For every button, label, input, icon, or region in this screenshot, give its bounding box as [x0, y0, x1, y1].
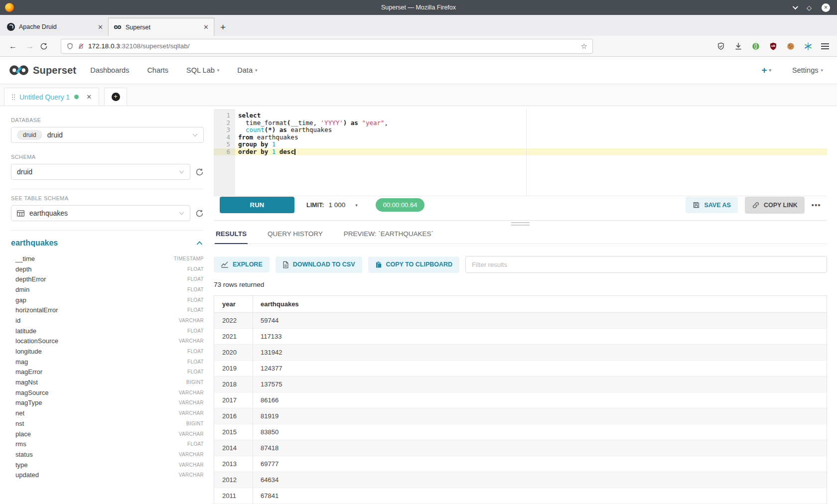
table-row[interactable]: 2021117133 [214, 329, 827, 345]
header-earthquakes[interactable]: earthquakes [253, 296, 299, 312]
url-bar[interactable]: 172.18.0.3:32108/superset/sqllab/ ☆ [61, 39, 593, 54]
window-maximize-icon[interactable]: ◇ [807, 4, 812, 11]
table-row[interactable]: 201369777 [214, 456, 827, 472]
divider [11, 189, 204, 189]
columns-list: __timeTIMESTAMPdepthFLOATdepthErrorFLOAT… [11, 253, 204, 480]
new-tab-button[interactable]: + [220, 22, 226, 33]
ublock-icon[interactable]: uB [769, 42, 778, 51]
column-row: depthErrorFLOAT [11, 274, 204, 284]
tracking-shield-icon[interactable] [66, 42, 74, 50]
refresh-tables-icon[interactable] [195, 209, 204, 218]
column-row: latitudeFLOAT [11, 326, 204, 336]
table-row[interactable]: 201583850 [214, 424, 827, 440]
column-name: depthError [15, 275, 46, 283]
refresh-schemas-icon[interactable] [195, 168, 204, 176]
tab-results[interactable]: RESULTS [215, 226, 248, 244]
table-row[interactable]: 2020131942 [214, 345, 827, 361]
settings-menu[interactable]: Settings▾ [792, 66, 823, 74]
table-row[interactable]: 201264634 [214, 472, 827, 488]
code-line[interactable]: time_format(__time, 'YYYY') as "year", [235, 120, 827, 127]
table-row[interactable]: 202259744 [214, 313, 827, 329]
column-name: latitude [15, 327, 36, 335]
account-shield-icon[interactable] [716, 42, 725, 51]
drag-handle-icon[interactable] [11, 94, 15, 100]
table-row[interactable]: 201681919 [214, 408, 827, 424]
explore-button[interactable]: EXPLORE [214, 256, 270, 272]
column-type: FLOAT [187, 359, 204, 365]
chevron-down-icon [179, 170, 184, 174]
column-name: status [15, 451, 33, 458]
schema-select[interactable]: druid [11, 164, 190, 180]
back-button[interactable]: ← [6, 42, 20, 51]
filter-results-input[interactable] [465, 256, 827, 273]
extension-asterisk-icon[interactable] [804, 42, 813, 51]
tab-close-icon[interactable]: ✕ [203, 23, 209, 31]
header-year[interactable]: year [214, 296, 253, 312]
limit-value[interactable]: 1 000 [328, 201, 345, 209]
table-row[interactable]: 201487418 [214, 440, 827, 456]
nav-charts[interactable]: Charts [147, 66, 168, 74]
download-csv-button[interactable]: DOWNLOAD TO CSV [276, 256, 362, 273]
cell-earthquakes: 83850 [253, 424, 279, 440]
add-new-button[interactable]: +▾ [761, 65, 771, 76]
code-line[interactable]: select [235, 112, 827, 120]
table-select[interactable]: earthquakes [11, 205, 190, 221]
sqllab-sidebar: DATABASE druid druid SCHEMA druid [0, 106, 214, 504]
cookie-icon[interactable] [786, 42, 795, 51]
code-line[interactable]: from earthquakes [235, 134, 827, 141]
database-select[interactable]: druid druid [11, 127, 204, 143]
column-type: VARCHAR [179, 318, 204, 323]
browser-tab-superset[interactable]: Superset ✕ [108, 18, 214, 36]
run-button[interactable]: RUN [220, 197, 294, 213]
browser-tabstrip: Apache Druid ✕ Superset ✕ + [0, 15, 837, 36]
code-line[interactable]: count(*) as earthquakes [235, 126, 827, 134]
query-tab-close-icon[interactable]: ✕ [86, 93, 92, 101]
bookmark-star-icon[interactable]: ☆ [581, 42, 587, 51]
table-row[interactable]: 2019124377 [214, 361, 827, 377]
nav-data[interactable]: Data▾ [237, 66, 257, 74]
window-title: Superset — Mozilla Firefox [0, 4, 837, 11]
superset-brand[interactable]: Superset [9, 64, 76, 76]
window-minimize-icon[interactable] [793, 4, 798, 9]
downloads-icon[interactable] [734, 42, 743, 51]
extension-green-icon[interactable] [751, 42, 760, 51]
save-as-button[interactable]: SAVE AS [686, 197, 738, 213]
tab-query-history[interactable]: QUERY HISTORY [267, 226, 324, 244]
window-close-icon[interactable]: × [822, 3, 830, 12]
column-type: FLOAT [187, 276, 204, 282]
url-host: 172.18.0.3 [88, 42, 120, 50]
table-row[interactable]: 201786166 [214, 392, 827, 408]
reload-button[interactable] [40, 42, 54, 50]
tab-preview-earthquakes[interactable]: PREVIEW: `EARTHQUAKES` [343, 226, 434, 244]
sqllab-main: 123456 select time_format(__time, 'YYYY'… [214, 106, 837, 504]
copy-link-button[interactable]: COPY LINK [745, 197, 805, 214]
query-tab[interactable]: Untitled Query 1 ✕ [4, 88, 99, 106]
insecure-lock-icon[interactable] [78, 42, 84, 50]
more-options-button[interactable]: ••• [812, 201, 821, 209]
copy-clipboard-button[interactable]: COPY TO CLIPBOARD [368, 256, 460, 273]
menu-icon[interactable] [821, 43, 829, 49]
table-row[interactable]: 2018137575 [214, 377, 827, 392]
nav-sql-lab[interactable]: SQL Lab▾ [186, 66, 219, 74]
pane-splitter[interactable] [214, 220, 827, 226]
results-table-body: 2022597442021117133202013194220191243772… [214, 313, 827, 504]
nav-dashboards[interactable]: Dashboards [90, 66, 129, 74]
code-line[interactable]: group by 1 [235, 141, 827, 148]
limit-dropdown-icon[interactable]: ▾ [355, 203, 358, 208]
code-line[interactable]: order by 1 desc [235, 148, 827, 156]
browser-tab-apache-druid[interactable]: Apache Druid ✕ [2, 18, 108, 36]
cell-earthquakes: 59744 [253, 313, 279, 328]
chevron-down-icon: ▾ [821, 68, 823, 73]
tab-close-icon[interactable]: ✕ [98, 23, 103, 31]
column-row: magFLOAT [11, 357, 204, 367]
collapse-chevron-up-icon[interactable] [196, 241, 203, 245]
column-type: VARCHAR [179, 338, 204, 344]
column-name: place [15, 430, 31, 438]
forward-button[interactable]: → [23, 42, 37, 51]
splitter-handle-icon[interactable] [511, 222, 530, 226]
add-query-tab-button[interactable]: + [104, 88, 127, 106]
cell-earthquakes: 64634 [253, 472, 279, 488]
table-row[interactable]: 201167841 [214, 488, 827, 504]
editor-code[interactable]: select time_format(__time, 'YYYY') as "y… [235, 109, 827, 196]
sql-editor[interactable]: 123456 select time_format(__time, 'YYYY'… [214, 109, 827, 196]
